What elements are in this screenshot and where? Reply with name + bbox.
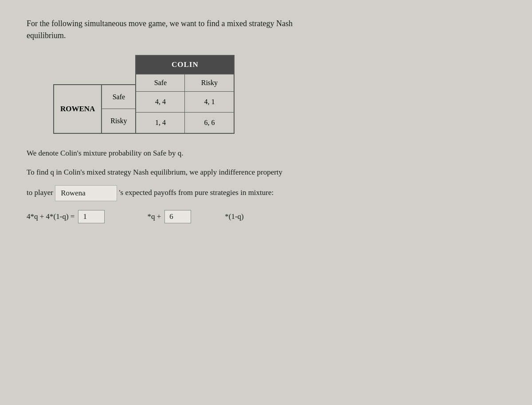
game-matrix: ROWENA Safe Risky COLIN Safe Ri (53, 55, 426, 134)
intro-line2: equilibrium. (27, 31, 66, 40)
body-text-2: To find q in Colin's mixed strategy Nash… (27, 166, 426, 178)
body-text-3: to player Rowena 's expected payoffs fro… (27, 185, 426, 201)
equation-right-expr: *(1-q) (225, 212, 243, 221)
equation-middle-input[interactable]: 6 (164, 210, 191, 223)
rowena-safe-strategy: Safe (102, 85, 135, 109)
rowena-risky-strategy: Risky (102, 109, 135, 133)
colin-sub-headers: Safe Risky (135, 74, 235, 92)
colin-safe-header: Safe (136, 74, 185, 91)
payoff-risky-risky: 6, 6 (185, 113, 234, 133)
equation-left-input[interactable]: 1 (78, 210, 105, 223)
intro-text: For the following simultaneous move game… (27, 18, 426, 42)
colin-header: COLIN (135, 55, 235, 74)
payoff-safe-risky: 4, 1 (185, 92, 234, 112)
suffix-text: 's expected payoffs from pure strategies… (119, 188, 274, 197)
to-player-text: to player (27, 188, 53, 197)
equation-left-expr: 4*q + 4*(1-q) = (27, 212, 74, 221)
intro-line1: For the following simultaneous move game… (27, 19, 293, 28)
payoffs-container: 4, 4 4, 1 1, 4 6, 6 (135, 92, 235, 134)
rowena-label: ROWENA (53, 84, 102, 134)
body-text-1: We denote Colin's mixture probability on… (27, 147, 426, 159)
equation-row: 4*q + 4*(1-q) = 1 *q + 6 *(1-q) (27, 210, 426, 223)
player-input[interactable]: Rowena (55, 185, 117, 201)
colin-risky-header: Risky (185, 74, 234, 91)
payoff-row-safe: 4, 4 4, 1 (136, 92, 234, 113)
colin-area: COLIN Safe Risky 4, 4 4, 1 (135, 55, 235, 134)
payoff-risky-safe: 1, 4 (136, 113, 185, 133)
rowena-area: ROWENA Safe Risky (53, 84, 135, 134)
page-content: For the following simultaneous move game… (27, 18, 426, 223)
equation-middle-expr: *q + (147, 212, 161, 221)
rowena-strategies: Safe Risky (102, 84, 135, 134)
payoff-safe-safe: 4, 4 (136, 92, 185, 112)
payoff-row-risky: 1, 4 6, 6 (136, 113, 234, 133)
